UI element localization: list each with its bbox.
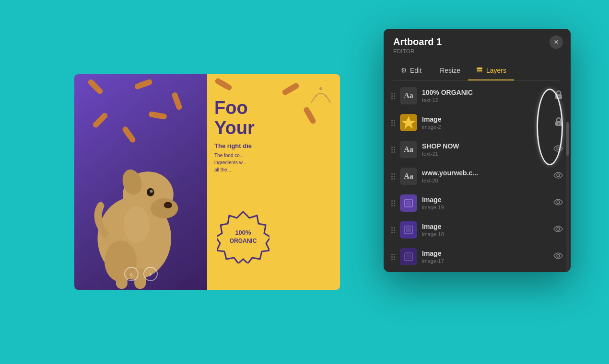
drag-handle-1: [391, 93, 395, 99]
svg-rect-28: [406, 201, 411, 205]
svg-point-24: [558, 123, 560, 125]
panel-header: × Artboard 1 EDITOR ⚙ Edit Resize: [384, 29, 571, 80]
layer-row-2[interactable]: Image image-2: [384, 109, 571, 136]
drag-handle-7: [391, 254, 395, 260]
layer-id-1: text-12: [422, 97, 550, 103]
gear-icon: ⚙: [401, 67, 407, 74]
design-right-panel: Foo Your The right die The food co...ing…: [207, 74, 340, 290]
lock-icon-2[interactable]: [554, 116, 563, 129]
layer-id-4: text-20: [422, 178, 549, 183]
svg-point-6: [164, 202, 172, 208]
layer-info-6: Image image-18: [422, 223, 549, 237]
headline-line1: Foo: [214, 98, 248, 118]
layer-info-1: 100% ORGANIC text-12: [422, 89, 550, 103]
layer-row-3[interactable]: Aa SHOP NOW text-21: [384, 136, 571, 163]
panel-tabs: ⚙ Edit Resize Layers: [393, 61, 561, 80]
layer-thumb-4: Aa: [400, 168, 417, 185]
svg-rect-17: [477, 68, 482, 69]
drag-handle-2: [391, 120, 395, 126]
svg-marker-22: [401, 116, 416, 129]
layer-name-4: www.yourweb.c...: [422, 169, 549, 177]
panel-subtitle: EDITOR: [393, 48, 561, 54]
layer-info-4: www.yourweb.c... text-20: [422, 169, 549, 183]
close-button[interactable]: ×: [550, 35, 563, 49]
nav-prev-button[interactable]: ‹: [124, 267, 139, 281]
layer-id-2: image-2: [422, 124, 550, 130]
drag-handle-5: [391, 200, 395, 206]
eye-icon-4[interactable]: [553, 172, 563, 181]
design-left-panel: ‹ ›: [74, 74, 207, 290]
lock-icon-1[interactable]: [554, 90, 563, 102]
scrollbar-thumb[interactable]: [566, 122, 569, 156]
svg-rect-19: [477, 71, 482, 72]
svg-point-12: [315, 95, 317, 97]
layer-id-3: text-21: [422, 151, 549, 157]
svg-rect-31: [406, 228, 411, 232]
svg-text:ORGANIC: ORGANIC: [230, 238, 257, 244]
drag-handle-4: [391, 173, 395, 180]
layer-row-4[interactable]: Aa www.yourweb.c... text-20: [384, 163, 571, 190]
layer-thumb-6: [400, 221, 417, 239]
layer-info-7: Image image-17: [422, 250, 549, 264]
layer-id-5: image-19: [422, 205, 549, 210]
tab-layers[interactable]: Layers: [468, 61, 514, 80]
layers-list: Aa 100% ORGANIC text-12: [384, 80, 571, 272]
layer-id-6: image-18: [422, 231, 549, 237]
drag-handle-3: [391, 147, 395, 153]
layer-name-6: Image: [422, 223, 549, 230]
bone-y1: [216, 79, 231, 90]
layer-info-2: Image image-2: [422, 115, 550, 130]
drag-handle-6: [391, 227, 395, 233]
bone-y2: [283, 83, 298, 95]
layers-icon: [476, 66, 483, 75]
bone-1: [89, 80, 102, 93]
tab-edit[interactable]: ⚙ Edit: [393, 61, 429, 80]
eye-icon-5[interactable]: [553, 199, 563, 207]
headline-text: Foo Your The right die The food co...ing…: [207, 98, 340, 173]
layer-name-7: Image: [422, 250, 549, 257]
bone-5: [151, 112, 165, 120]
bone-3: [172, 94, 182, 108]
artboard-panel: × Artboard 1 EDITOR ⚙ Edit Resize: [384, 29, 571, 272]
eye-icon-7[interactable]: [553, 252, 563, 261]
scrollbar-track[interactable]: [566, 122, 569, 272]
layer-name-1: 100% ORGANIC: [422, 89, 550, 96]
body-text: The food co...ingredients w...all the...: [214, 152, 333, 173]
svg-point-35: [557, 254, 560, 257]
nav-arrows: ‹ ›: [124, 267, 158, 281]
svg-point-32: [557, 228, 560, 230]
organic-badge: 100% ORGANIC: [217, 211, 269, 263]
svg-point-2: [151, 198, 178, 218]
layer-name-5: Image: [422, 196, 549, 204]
eye-icon-6[interactable]: [553, 226, 563, 234]
tab-resize[interactable]: Resize: [429, 61, 468, 80]
tab-layers-label: Layers: [486, 67, 506, 74]
layer-row-1[interactable]: Aa 100% ORGANIC text-12: [384, 82, 571, 109]
tab-resize-label: Resize: [440, 67, 460, 74]
layer-thumb-7: [400, 248, 417, 265]
layer-info-5: Image image-19: [422, 196, 549, 210]
svg-point-10: [124, 206, 150, 243]
layer-row-7[interactable]: Image image-17: [384, 243, 571, 270]
svg-rect-34: [406, 254, 411, 259]
layer-id-7: image-17: [422, 258, 549, 264]
layer-name-3: SHOP NOW: [422, 142, 549, 150]
svg-text:100%: 100%: [235, 229, 251, 236]
layer-info-3: SHOP NOW text-21: [422, 142, 549, 157]
layer-thumb-2: [400, 114, 417, 131]
eye-icon-3[interactable]: [553, 145, 563, 154]
tab-edit-label: Edit: [410, 67, 422, 74]
layer-thumb-5: [400, 194, 417, 212]
nav-next-button[interactable]: ›: [143, 267, 158, 281]
layer-row-6[interactable]: Image image-18: [384, 216, 571, 243]
subheadline: The right die: [214, 142, 333, 149]
dog-silhouette: [79, 127, 194, 290]
bone-4: [94, 114, 107, 127]
svg-point-13: [325, 95, 327, 97]
svg-point-5: [150, 190, 153, 193]
layer-thumb-3: Aa: [400, 141, 417, 158]
svg-point-25: [557, 147, 560, 150]
headline-line2: Your: [214, 118, 255, 138]
bone-2: [136, 80, 151, 90]
layer-row-5[interactable]: Image image-19: [384, 190, 571, 216]
